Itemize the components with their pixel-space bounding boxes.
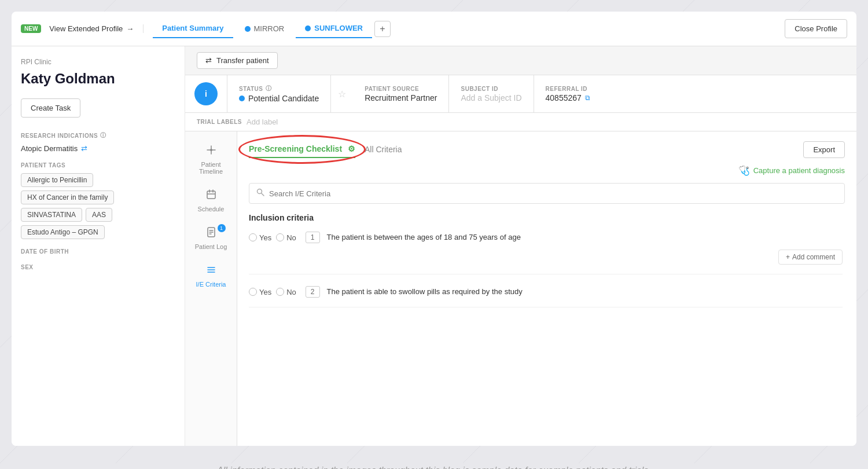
yes-radio-circle-1 [249,233,257,241]
yes-label-1: Yes [259,233,271,242]
status-field: STATUS ⓘ Potential Candidate [227,75,331,112]
criteria-item-2: Yes No 2 The patient is able to swollow … [249,286,843,307]
info-icon: ⓘ [100,131,106,140]
close-profile-button[interactable]: Close Profile [785,19,847,38]
svg-line-24 [262,193,264,196]
search-input[interactable] [269,189,837,198]
all-criteria-label: All Criteria [365,145,402,154]
svg-rect-12 [207,191,215,199]
ie-criteria-icon [205,264,217,279]
tag-estudo: Estudo Antigo – GPGN [21,225,105,239]
content-split: Patient Timeline Schedule [185,131,856,446]
avatar: i [194,82,218,105]
tab-patient-summary-label: Patient Summary [162,24,223,32]
body-container: RPI Clinic Katy Goldman Create Task RESE… [12,46,856,446]
tab-sunflower-label: SUNFLOWER [314,24,363,32]
svg-point-11 [210,149,212,151]
disclaimer: All information contained in the images … [0,457,868,469]
referral-id-label: REFERRAL ID [546,86,590,92]
criteria-text-1: The patient is between the ages of 18 an… [327,232,843,241]
patient-name: Katy Goldman [21,71,175,87]
tab-sunflower[interactable]: SUNFLOWER [296,19,372,38]
arrow-icon: → [126,24,134,33]
schedule-icon [205,189,217,203]
patient-log-icon [205,226,217,241]
no-radio-circle-1 [276,233,284,241]
subject-id-label: SUBJECT ID [461,86,521,92]
create-task-button[interactable]: Create Task [21,98,80,118]
inclusion-criteria-title: Inclusion criteria [249,213,843,222]
tag-aas: AAS [86,208,112,222]
export-button[interactable]: Export [803,141,845,158]
tabs-area: Patient Summary MIRROR SUNFLOWER + [153,19,785,38]
nav-item-ie-criteria[interactable]: I/E Criteria [190,258,233,294]
criteria-number-2: 2 [306,286,320,298]
transfer-patient-button[interactable]: ⇄ Transfer patient [197,52,278,69]
tab-mirror-label: MIRROR [254,24,285,33]
nav-sidebar: Patient Timeline Schedule [185,131,237,446]
criteria-item-1-no[interactable]: No [276,233,296,242]
capture-diagnosis-row[interactable]: 🩺 Capture a patient diagnosis [249,165,845,176]
date-of-birth-label: DATE OF BIRTH [21,248,175,255]
patient-source-field: PATIENT SOURCE Recruitment Partner [353,75,449,112]
tag-allergic: Allergic to Penicillin [21,173,93,187]
nav-item-patient-log-label: Patient Log [195,243,227,250]
gear-icon[interactable]: ⚙ [348,144,355,153]
no-label-1: No [286,233,296,242]
status-label: STATUS ⓘ [239,85,319,93]
avatar-area: i [185,75,227,112]
add-tab-btn[interactable]: + [374,21,391,37]
search-bar [249,183,845,204]
checklist-tabs: Pre-Screening Checklist ⚙ All Criteria [249,141,402,158]
tag-list: Allergic to Penicillin HX of Cancer in t… [21,173,175,239]
tab-mirror-dot [245,26,251,32]
tag-sinvastatina: SINVASTATINA [21,208,82,222]
add-comment-button-1[interactable]: + Add comment [778,250,843,265]
status-dot [239,96,245,101]
patient-log-badge: 1 [218,224,226,232]
sex-label: SEX [21,264,175,270]
plus-icon-1: + [786,253,790,261]
patient-tags-label: PATIENT TAGS [21,162,175,168]
patient-timeline-icon [205,144,217,159]
criteria-item-1-yes[interactable]: Yes [249,233,271,242]
criteria-item-1-radio-group: Yes No 1 [249,232,320,243]
nav-item-ie-criteria-label: I/E Criteria [196,281,226,288]
yes-radio-circle-2 [249,288,257,296]
transfer-arrows-icon: ⇄ [81,144,87,153]
tab-mirror[interactable]: MIRROR [236,20,294,38]
capture-diagnosis-label: Capture a patient diagnosis [753,166,845,175]
nav-item-patient-timeline[interactable]: Patient Timeline [190,138,233,181]
copy-icon[interactable]: ⧉ [585,94,590,102]
research-indications-label: RESEARCH INDICATIONS ⓘ [21,131,175,140]
stethoscope-icon: 🩺 [738,165,750,176]
tab-sunflower-dot [305,25,311,31]
add-comment-label-1: Add comment [792,253,835,261]
nav-item-patient-log[interactable]: 1 Patient Log [190,221,233,256]
patient-source-value: Recruitment Partner [365,93,437,102]
criteria-item-2-body: The patient is able to swollow pills as … [327,286,843,296]
criteria-item-2-yes[interactable]: Yes [249,288,271,296]
criteria-item-2-no[interactable]: No [276,288,296,296]
add-label-link[interactable]: Add label [247,118,278,126]
criteria-panel: Pre-Screening Checklist ⚙ All Criteria E… [237,131,856,446]
clinic-name: RPI Clinic [21,58,175,66]
pre-screening-tab-wrapper: Pre-Screening Checklist ⚙ [249,141,355,158]
new-badge: NEW [21,24,41,33]
criteria-item-2-radio-group: Yes No 2 [249,286,320,298]
subject-id-value[interactable]: Add a Subject ID [461,93,521,102]
view-extended-label: View Extended Profile [49,24,123,33]
tab-pre-screening[interactable]: Pre-Screening Checklist ⚙ [249,141,355,158]
tab-patient-summary[interactable]: Patient Summary [153,19,233,38]
view-extended-profile-btn[interactable]: NEW View Extended Profile → [21,24,144,33]
search-icon [256,188,264,199]
tab-all-criteria[interactable]: All Criteria [365,141,402,157]
status-value: Potential Candidate [239,94,319,103]
favorite-star-icon[interactable]: ☆ [331,75,353,112]
nav-item-schedule-label: Schedule [198,206,225,212]
criteria-content: Inclusion criteria Yes No [249,213,845,437]
pre-screening-label: Pre-Screening Checklist [249,144,342,153]
left-sidebar: RPI Clinic Katy Goldman Create Task RESE… [12,46,185,446]
nav-item-schedule[interactable]: Schedule [190,183,233,218]
tag-cancer: HX of Cancer in the family [21,190,114,204]
